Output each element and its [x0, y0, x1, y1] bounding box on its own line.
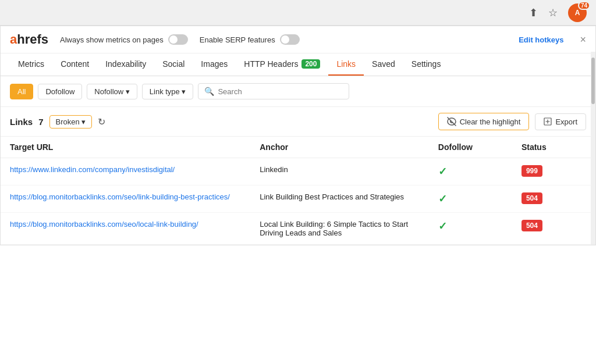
- links-table: Target URL Anchor Dofollow Status https:…: [1, 137, 595, 245]
- anchor-cell: Link Building Best Practices and Strateg…: [250, 185, 429, 213]
- dofollow-check-icon: ✓: [438, 166, 447, 177]
- tab-settings[interactable]: Settings: [403, 53, 449, 76]
- scrollbar-thumb[interactable]: [591, 58, 595, 104]
- link-type-filter-button[interactable]: Link type ▾: [142, 84, 194, 99]
- status-badge: 999: [522, 165, 542, 177]
- always-show-metrics-group: Always show metrics on pages: [60, 34, 188, 45]
- export-icon: [544, 117, 552, 126]
- dofollow-check-icon: ✓: [438, 220, 447, 232]
- export-button[interactable]: Export: [535, 113, 586, 130]
- links-left: Links 7 Broken ▾ ↻: [10, 115, 105, 129]
- status-cell: 999: [512, 158, 595, 185]
- links-count: 7: [38, 117, 43, 127]
- table-row: https://blog.monitorbacklinks.com/seo/li…: [1, 185, 595, 213]
- anchor-cell: Local Link Building: 6 Simple Tactics to…: [250, 213, 429, 245]
- links-right: Clear the highlight Export: [438, 113, 586, 130]
- enable-serp-toggle[interactable]: [280, 34, 300, 45]
- nofollow-filter-button[interactable]: Nofollow ▾: [87, 84, 137, 99]
- export-label: Export: [555, 117, 577, 126]
- target-url-link[interactable]: https://www.linkedin.com/company/investi…: [10, 165, 175, 174]
- status-badge: 504: [522, 220, 542, 231]
- top-bar: ahrefs Always show metrics on pages Enab…: [1, 26, 595, 53]
- target-url-cell: https://www.linkedin.com/company/investi…: [1, 158, 250, 185]
- avatar-label: A: [575, 9, 580, 17]
- all-filter-button[interactable]: All: [10, 84, 33, 99]
- refresh-button[interactable]: ↻: [98, 116, 105, 127]
- dofollow-cell: ✓: [429, 158, 512, 185]
- col-header-target-url: Target URL: [1, 137, 250, 158]
- col-header-dofollow: Dofollow: [429, 137, 512, 158]
- dofollow-cell: ✓: [429, 213, 512, 245]
- tab-indexability[interactable]: Indexability: [97, 53, 154, 76]
- links-section-header: Links 7 Broken ▾ ↻ Clear the highlight E…: [1, 107, 595, 137]
- http-200-badge: 200: [301, 59, 320, 69]
- browser-bar: ⬆ ☆ A 74: [0, 0, 596, 26]
- eye-off-icon: [447, 117, 456, 126]
- enable-serp-label: Enable SERP features: [200, 35, 275, 44]
- status-cell: 504: [512, 185, 595, 213]
- filter-bar: All Dofollow Nofollow ▾ Link type ▾ 🔍: [1, 76, 595, 107]
- edit-hotkeys-link[interactable]: Edit hotkeys: [519, 35, 563, 44]
- status-badge: 504: [522, 192, 542, 204]
- always-show-metrics-toggle[interactable]: [168, 34, 188, 45]
- links-label: Links: [10, 117, 33, 127]
- notification-badge: 74: [578, 1, 590, 10]
- table-row: https://www.linkedin.com/company/investi…: [1, 158, 595, 185]
- target-url-cell: https://blog.monitorbacklinks.com/seo/li…: [1, 185, 250, 213]
- tab-http-headers[interactable]: HTTP Headers 200: [236, 53, 328, 76]
- table-row: https://blog.monitorbacklinks.com/seo/lo…: [1, 213, 595, 245]
- dofollow-cell: ✓: [429, 185, 512, 213]
- anchor-cell: Linkedin: [250, 158, 429, 185]
- share-icon[interactable]: ⬆: [529, 6, 538, 19]
- enable-serp-group: Enable SERP features: [200, 34, 300, 45]
- dofollow-filter-button[interactable]: Dofollow: [38, 84, 82, 99]
- tab-content[interactable]: Content: [52, 53, 97, 76]
- extension-panel: ahrefs Always show metrics on pages Enab…: [0, 26, 596, 245]
- search-box: 🔍: [198, 83, 349, 99]
- clear-highlight-button[interactable]: Clear the highlight: [438, 113, 530, 130]
- target-url-link[interactable]: https://blog.monitorbacklinks.com/seo/lo…: [10, 220, 198, 229]
- tab-http-headers-label: HTTP Headers: [244, 59, 298, 69]
- avatar[interactable]: A 74: [568, 3, 587, 22]
- close-button[interactable]: ×: [580, 34, 586, 46]
- search-icon: 🔍: [204, 87, 214, 96]
- always-show-metrics-label: Always show metrics on pages: [60, 35, 164, 44]
- tab-saved[interactable]: Saved: [364, 53, 403, 76]
- tab-metrics[interactable]: Metrics: [10, 53, 52, 76]
- status-cell: 504: [512, 213, 595, 245]
- logo: ahrefs: [10, 32, 48, 47]
- star-icon[interactable]: ☆: [548, 6, 558, 19]
- col-header-status: Status: [512, 137, 595, 158]
- col-header-anchor: Anchor: [250, 137, 429, 158]
- target-url-cell: https://blog.monitorbacklinks.com/seo/lo…: [1, 213, 250, 245]
- tab-links[interactable]: Links: [328, 53, 364, 76]
- broken-filter-button[interactable]: Broken ▾: [49, 115, 93, 129]
- tab-social[interactable]: Social: [154, 53, 193, 76]
- scrollbar-track[interactable]: [591, 52, 595, 245]
- target-url-link[interactable]: https://blog.monitorbacklinks.com/seo/li…: [10, 192, 230, 201]
- nav-tabs: Metrics Content Indexability Social Imag…: [1, 53, 595, 76]
- dofollow-check-icon: ✓: [438, 193, 447, 205]
- clear-highlight-label: Clear the highlight: [460, 117, 521, 126]
- search-input[interactable]: [218, 87, 343, 96]
- tab-images[interactable]: Images: [193, 53, 236, 76]
